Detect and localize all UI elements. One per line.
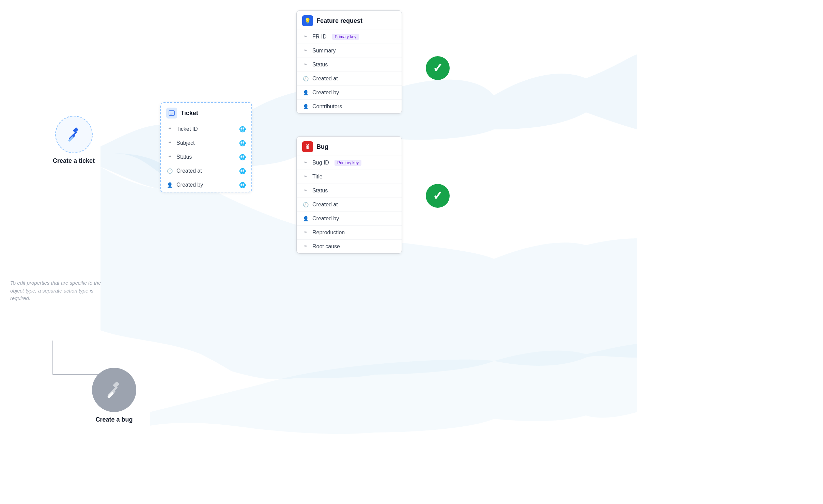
bug-badge-0: Primary key [335,160,361,166]
bug-quote-1: ❝ [302,173,309,180]
fr-user-1: 👤 [302,103,309,110]
bug-field-6: Root cause [312,243,340,250]
fr-quote-1: ❝ [302,47,309,54]
bug-field-4: Created by [312,216,339,222]
quote-icon-0: ❝ [166,126,173,132]
user-icon-0: 👤 [166,182,173,188]
feature-request-check [426,56,450,80]
create-ticket-label: Create a ticket [53,157,95,164]
bug-row-5: ❝ Reproduction [297,226,402,240]
bug-row-0: ❝ Bug ID Primary key [297,156,402,170]
quote-icon-1: ❝ [166,140,173,146]
bug-row-3: 🕐 Created at [297,198,402,212]
fr-row-5: 👤 Contributors [297,100,402,113]
ticket-field-0: Ticket ID [176,126,198,132]
fr-row-2: ❝ Status [297,58,402,72]
create-bug-node: Create a bug [92,368,136,423]
bug-row-1: ❝ Title [297,170,402,184]
fr-badge-0: Primary key [332,34,359,40]
bug-quote-4: ❝ [302,243,309,250]
bug-check [426,184,450,208]
bug-user-0: 👤 [302,215,309,222]
clock-icon-0: 🕐 [166,168,173,174]
bug-row-4: 👤 Created by [297,212,402,226]
ticket-field-1: Subject [176,140,195,146]
feature-request-icon: 💡 [302,15,313,26]
globe-icon-4: 🌐 [239,182,246,188]
fr-quote-0: ❝ [302,33,309,40]
quote-icon-2: ❝ [166,154,173,160]
create-bug-label: Create a bug [95,416,133,423]
fr-row-3: 🕐 Created at [297,72,402,86]
ticket-row-1: ❝ Subject 🌐 [161,136,251,150]
bug-field-3: Created at [312,202,338,208]
fr-quote-2: ❝ [302,61,309,68]
ticket-row-3: 🕐 Created at 🌐 [161,164,251,178]
create-ticket-circle[interactable] [55,116,93,153]
globe-icon-0: 🌐 [239,126,246,132]
fr-clock-0: 🕐 [302,75,309,82]
ticket-row-4: 👤 Created by 🌐 [161,178,251,192]
fr-row-4: 👤 Created by [297,86,402,100]
ticket-row-2: ❝ Status 🌐 [161,150,251,164]
fr-field-5: Contributors [312,104,342,110]
bug-field-5: Reproduction [312,230,345,236]
bug-title: Bug [316,143,328,151]
bug-quote-2: ❝ [302,187,309,194]
ticket-field-2: Status [176,154,192,160]
bug-quote-3: ❝ [302,229,309,236]
globe-icon-1: 🌐 [239,140,246,146]
bug-quote-0: ❝ [302,159,309,166]
bug-row-6: ❝ Root cause [297,240,402,253]
bug-field-2: Status [312,188,328,194]
bug-icon [302,141,313,152]
ticket-row-0: ❝ Ticket ID 🌐 [161,122,251,136]
fr-field-4: Created by [312,90,339,96]
fr-row-0: ❝ FR ID Primary key [297,30,402,44]
fr-field-0: FR ID [312,34,327,40]
bug-row-2: ❝ Status [297,184,402,198]
globe-icon-2: 🌐 [239,154,246,160]
ticket-title: Ticket [181,110,198,117]
fr-field-1: Summary [312,48,336,54]
fr-row-1: ❝ Summary [297,44,402,58]
ticket-field-3: Created at [176,168,202,174]
feature-request-card: 💡 Feature request ❝ FR ID Primary key ❝ … [296,10,402,114]
ticket-field-4: Created by [176,182,203,188]
fr-field-3: Created at [312,76,338,82]
bug-card: Bug ❝ Bug ID Primary key ❝ Title ❝ Statu… [296,136,402,254]
bug-field-1: Title [312,174,323,180]
ticket-card: Ticket ❝ Ticket ID 🌐 ❝ Subject 🌐 ❝ Statu… [160,102,252,192]
note-text: To edit properties that are specific to … [10,279,106,302]
bug-clock-0: 🕐 [302,201,309,208]
bug-field-0: Bug ID [312,160,329,166]
fr-user-0: 👤 [302,89,309,96]
create-bug-circle[interactable] [92,368,136,412]
fr-field-2: Status [312,62,328,68]
create-ticket-node: Create a ticket [53,116,95,164]
feature-request-title: Feature request [316,17,362,25]
globe-icon-3: 🌐 [239,168,246,174]
